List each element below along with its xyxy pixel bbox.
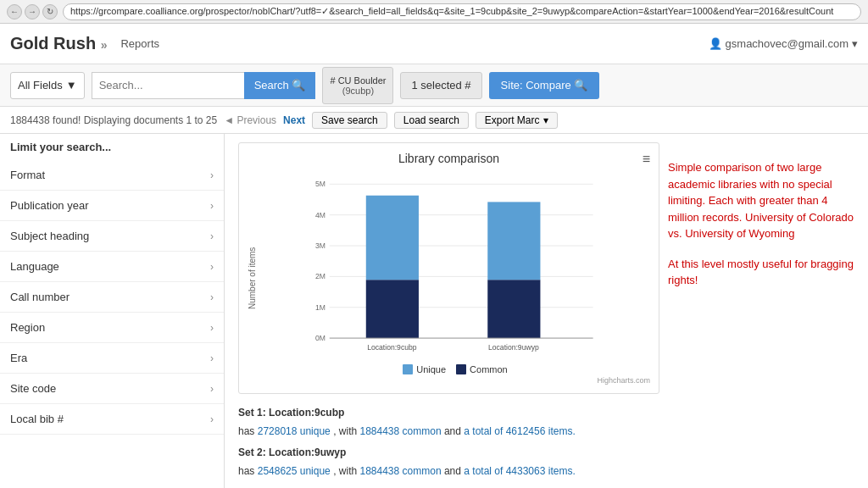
results-bar: 1884438 found! Displaying documents 1 to… <box>0 107 868 134</box>
site1-code: (9cubp) <box>342 86 374 96</box>
annotation-line2: At this level mostly useful for bragging… <box>668 256 854 289</box>
set1-common-link[interactable]: 1884438 common <box>360 425 442 437</box>
sidebar-item-era[interactable]: Era › <box>0 343 224 374</box>
search-input-wrap: Search 🔍 <box>92 72 316 99</box>
bar1-unique <box>366 196 419 280</box>
app-header: Gold Rush » Reports 👤 gsmachovec@gmail.c… <box>0 24 868 64</box>
sidebar-item-format[interactable]: Format › <box>0 160 224 191</box>
user-arrow-icon[interactable]: ▾ <box>852 37 858 50</box>
sidebar: Limit your search... Format › Publicatio… <box>0 134 225 488</box>
set1-stats: Set 1: Location:9cubp has 2728018 unique… <box>238 404 854 441</box>
app-title: Gold Rush » <box>10 34 107 53</box>
sidebar-item-label: Local bib # <box>10 413 64 425</box>
export-button[interactable]: Export Marc ▾ <box>476 112 558 129</box>
sidebar-item-label: Call number <box>10 291 70 303</box>
set2-and: and <box>444 465 461 477</box>
sidebar-item-label: Publication year <box>10 199 89 212</box>
user-info: 👤 gsmachovec@gmail.com ▾ <box>709 37 858 50</box>
legend-unique-color <box>403 364 413 374</box>
title-text: Gold Rush <box>10 34 96 53</box>
legend-unique: Unique <box>403 364 446 374</box>
chevron-icon: › <box>210 352 214 364</box>
chevron-icon: › <box>210 200 214 212</box>
set2-stats: Set 2: Location:9uwyp has 2548625 unique… <box>238 444 854 480</box>
svg-text:1M: 1M <box>315 303 326 312</box>
chart-inner: 5M 4M 3M 2M 1M 0M <box>260 172 650 385</box>
set2-common-link[interactable]: 1884438 common <box>360 465 442 477</box>
browser-bar: ← → ↻ <box>0 0 868 24</box>
svg-text:4M: 4M <box>315 211 326 219</box>
set2-unique-link[interactable]: 2548625 unique <box>258 465 331 477</box>
results-count: 1884438 found! Displaying documents 1 to… <box>10 114 217 126</box>
url-bar[interactable] <box>63 3 861 20</box>
site1-icon: # <box>330 75 335 86</box>
site1-label: # CU Boulder <box>330 75 386 86</box>
annotation-panel: Simple comparison of two large academic … <box>668 142 854 404</box>
chart-legend: Unique Common <box>260 364 650 374</box>
sidebar-item-language[interactable]: Language › <box>0 252 224 282</box>
reports-link[interactable]: Reports <box>120 37 159 50</box>
sidebar-item-region[interactable]: Region › <box>0 313 224 343</box>
legend-common-label: Common <box>470 364 508 374</box>
set1-and: and <box>444 425 461 437</box>
user-email: gsmachovec@gmail.com <box>726 37 849 50</box>
chevron-icon: › <box>210 291 214 303</box>
sidebar-item-site-code[interactable]: Site code › <box>0 374 224 404</box>
legend-unique-label: Unique <box>416 364 446 374</box>
svg-text:3M: 3M <box>315 241 326 250</box>
set2-label: Set 2: Location:9uwyp <box>238 446 346 458</box>
chart-svg: 5M 4M 3M 2M 1M 0M <box>260 172 650 358</box>
search-input[interactable] <box>92 72 244 99</box>
chart-menu-icon[interactable]: ≡ <box>643 152 650 167</box>
chart-title: Library comparison <box>248 152 650 165</box>
chart-container: Library comparison ≡ Number of items 5M … <box>238 142 659 394</box>
sidebar-header: Limit your search... <box>0 134 224 160</box>
annotation-line1: Simple comparison of two large academic … <box>668 159 854 242</box>
field-select[interactable]: All Fields ▼ <box>10 72 85 99</box>
sidebar-item-publication-year[interactable]: Publication year › <box>0 191 224 221</box>
user-icon: 👤 <box>709 37 722 50</box>
set1-has: has <box>238 425 254 437</box>
compare-button[interactable]: Site: Compare 🔍 <box>489 72 600 99</box>
bar1-common <box>366 280 419 338</box>
save-search-button[interactable]: Save search <box>312 112 387 129</box>
sidebar-item-label: Subject heading <box>10 230 89 242</box>
field-arrow-icon: ▼ <box>66 79 77 92</box>
sidebar-item-call-number[interactable]: Call number › <box>0 282 224 313</box>
forward-button[interactable]: → <box>25 4 40 19</box>
search-bar: All Fields ▼ Search 🔍 # CU Boulder (9cub… <box>0 64 868 107</box>
site1-name: CU Boulder <box>338 75 387 86</box>
y-axis-label: Number of items <box>248 172 257 385</box>
set1-total-link[interactable]: a total of 4612456 items. <box>464 425 575 437</box>
reload-button[interactable]: ↻ <box>42 4 58 19</box>
set2-has: has <box>238 465 254 477</box>
svg-text:Location:9uwyp: Location:9uwyp <box>488 343 539 352</box>
sidebar-item-subject-heading[interactable]: Subject heading › <box>0 221 224 252</box>
highcharts-credit: Highcharts.com <box>260 376 650 385</box>
legend-common-color <box>456 364 466 374</box>
sidebar-item-local-bib[interactable]: Local bib # › <box>0 404 224 435</box>
sidebar-item-label: Era <box>10 352 27 364</box>
chevron-icon: › <box>210 322 214 334</box>
chevron-icon: › <box>210 230 214 242</box>
set1-label: Set 1: Location:9cubp <box>238 407 344 419</box>
next-button[interactable]: Next <box>283 114 305 126</box>
export-arrow-icon: ▾ <box>543 114 548 126</box>
content-area: Library comparison ≡ Number of items 5M … <box>225 134 868 488</box>
chevron-icon: › <box>210 169 214 181</box>
selected-box[interactable]: 1 selected # <box>400 72 481 99</box>
site1-box[interactable]: # CU Boulder (9cubp) <box>322 67 393 104</box>
stats-area: Set 1: Location:9cubp has 2728018 unique… <box>238 404 854 488</box>
back-button[interactable]: ← <box>7 4 22 19</box>
sidebar-item-label: Region <box>10 321 45 334</box>
legend-common: Common <box>456 364 508 374</box>
svg-text:2M: 2M <box>315 272 326 280</box>
bar2-common <box>487 280 540 338</box>
set2-total-link[interactable]: a total of 4433063 items. <box>464 465 575 477</box>
bar2-unique <box>487 202 540 280</box>
prev-button[interactable]: ◄ Previous <box>224 114 276 126</box>
load-search-button[interactable]: Load search <box>394 112 469 129</box>
chevron-icon: › <box>210 383 214 395</box>
search-button[interactable]: Search 🔍 <box>244 72 316 99</box>
set1-unique-link[interactable]: 2728018 unique <box>258 425 331 437</box>
